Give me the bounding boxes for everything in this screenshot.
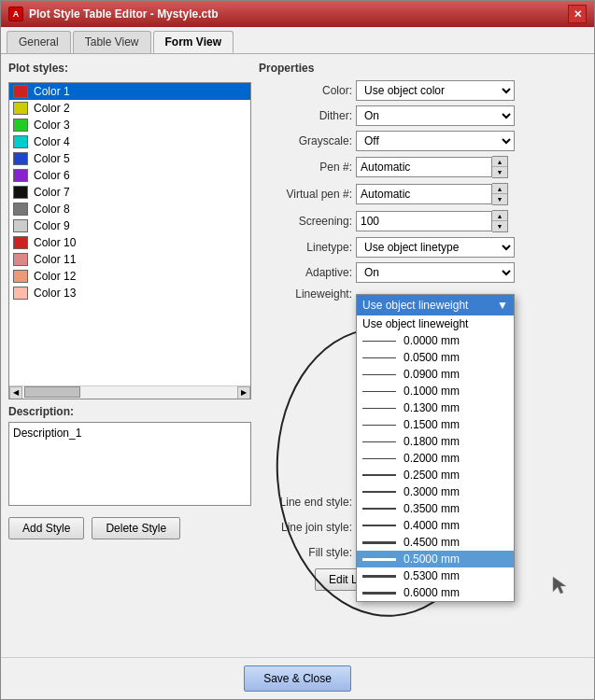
line-indicator (362, 441, 396, 442)
dropdown-item-label: 0.4500 mm (404, 536, 460, 549)
line-join-style-label: Line join style: (259, 521, 352, 534)
style-item[interactable]: Color 11 (9, 251, 250, 268)
style-item[interactable]: Color 3 (9, 117, 250, 133)
save-close-button[interactable]: Save & Close (244, 665, 351, 692)
dropdown-item-label: 0.2000 mm (404, 452, 460, 465)
dropdown-item-label: 0.0500 mm (404, 351, 460, 364)
dropdown-item[interactable]: 0.0000 mm (357, 332, 514, 349)
adaptive-select[interactable]: On Off (356, 262, 515, 283)
virtual-pen-up-button[interactable]: ▲ (492, 184, 507, 194)
dropdown-item[interactable]: 0.6000 mm (357, 584, 514, 601)
line-indicator (362, 575, 396, 578)
dropdown-item-label: 0.5300 mm (404, 569, 460, 582)
style-item-label: Color 3 (34, 119, 70, 132)
main-content: Plot styles: Color 1Color 2Color 3Color … (1, 54, 594, 657)
color-swatch (13, 203, 28, 216)
add-style-button[interactable]: Add Style (8, 517, 84, 539)
line-indicator (362, 391, 396, 392)
right-panel: Properties Color: Use object color Dithe… (259, 62, 587, 650)
scroll-right-button[interactable]: ▶ (237, 386, 250, 399)
style-item[interactable]: Color 12 (9, 268, 250, 285)
lineweight-dropdown[interactable]: Use object lineweight ▼ Use object linew… (356, 294, 515, 602)
linetype-select[interactable]: Use object linetype (356, 237, 515, 258)
description-input[interactable] (8, 422, 251, 506)
dropdown-item[interactable]: 0.1300 mm (357, 399, 514, 416)
description-label: Description: (8, 405, 251, 418)
dropdown-item[interactable]: 0.1500 mm (357, 416, 514, 433)
dropdown-item[interactable]: 0.0500 mm (357, 349, 514, 366)
scroll-left-button[interactable]: ◀ (9, 386, 22, 399)
dither-label: Dither: (259, 109, 352, 122)
line-indicator (362, 592, 396, 595)
dropdown-item[interactable]: 0.0900 mm (357, 366, 514, 383)
style-item[interactable]: Color 5 (9, 150, 250, 167)
dropdown-item[interactable]: 0.5000 mm (357, 551, 514, 567)
dropdown-selected-value: Use object lineweight (362, 299, 468, 312)
style-item[interactable]: Color 7 (9, 184, 250, 201)
dropdown-item[interactable]: 0.1800 mm (357, 433, 514, 450)
dropdown-item[interactable]: 0.4000 mm (357, 517, 514, 534)
style-item[interactable]: Color 2 (9, 100, 250, 117)
style-item[interactable]: Color 13 (9, 285, 250, 301)
screening-row: Screening: ▲ ▼ (259, 210, 587, 232)
line-indicator (362, 341, 396, 342)
style-item[interactable]: Color 8 (9, 201, 250, 217)
dither-select[interactable]: On Off (356, 105, 515, 126)
delete-style-button[interactable]: Delete Style (92, 517, 180, 539)
dropdown-item[interactable]: Use object lineweight (357, 315, 514, 332)
styles-list[interactable]: Color 1Color 2Color 3Color 4Color 5Color… (9, 83, 250, 385)
line-indicator (362, 474, 396, 476)
color-swatch (13, 119, 28, 132)
screening-up-button[interactable]: ▲ (492, 211, 507, 221)
dropdown-item[interactable]: 0.5300 mm (357, 567, 514, 584)
screening-label: Screening: (259, 215, 352, 228)
horizontal-scrollbar[interactable]: ◀ ▶ (9, 385, 250, 399)
dropdown-item[interactable]: 0.3000 mm (357, 483, 514, 500)
line-indicator (362, 425, 396, 426)
virtual-pen-row: Virtual pen #: ▲ ▼ (259, 183, 587, 205)
scroll-thumb[interactable] (24, 386, 80, 398)
dropdown-item[interactable]: 0.3500 mm (357, 500, 514, 517)
style-item[interactable]: Color 4 (9, 133, 250, 150)
dropdown-items: Use object lineweight0.0000 mm0.0500 mm0… (357, 315, 514, 601)
virtual-pen-down-button[interactable]: ▼ (492, 194, 507, 204)
color-swatch (13, 85, 28, 98)
tab-table-view[interactable]: Table View (73, 31, 151, 53)
style-item[interactable]: Color 10 (9, 234, 250, 251)
color-select[interactable]: Use object color (356, 80, 515, 101)
dropdown-header[interactable]: Use object lineweight ▼ (357, 295, 514, 315)
color-swatch (13, 102, 28, 115)
dropdown-item-label: 0.1300 mm (404, 401, 460, 414)
screening-down-button[interactable]: ▼ (492, 221, 507, 231)
lineweight-row: Lineweight: Use object lineweight ▼ Use … (259, 287, 587, 301)
tab-general[interactable]: General (7, 31, 71, 53)
pen-input[interactable] (356, 157, 492, 177)
adaptive-row: Adaptive: On Off (259, 262, 587, 283)
dropdown-item[interactable]: 0.4500 mm (357, 534, 514, 551)
style-item-label: Color 10 (34, 236, 76, 249)
virtual-pen-input[interactable] (356, 184, 492, 204)
pen-down-button[interactable]: ▼ (492, 167, 507, 177)
color-swatch (13, 270, 28, 283)
style-item[interactable]: Color 9 (9, 217, 250, 234)
dropdown-item[interactable]: 0.2000 mm (357, 450, 514, 467)
dropdown-item-label: 0.0000 mm (404, 334, 460, 347)
dropdown-item-label: 0.2500 mm (404, 469, 460, 482)
screening-input[interactable] (356, 211, 492, 231)
style-item[interactable]: Color 1 (9, 83, 250, 100)
style-item[interactable]: Color 6 (9, 167, 250, 184)
dither-row: Dither: On Off (259, 105, 587, 126)
dropdown-item[interactable]: 0.1000 mm (357, 383, 514, 399)
color-label: Color: (259, 84, 352, 97)
dropdown-item-label: 0.1800 mm (404, 435, 460, 448)
dropdown-item[interactable]: 0.2500 mm (357, 467, 514, 483)
color-swatch (13, 236, 28, 249)
close-button[interactable]: ✕ (568, 5, 587, 23)
bottom-buttons: Add Style Delete Style (8, 517, 251, 539)
line-indicator (362, 357, 396, 358)
grayscale-select[interactable]: Off On (356, 131, 515, 151)
color-swatch (13, 287, 28, 300)
grayscale-row: Grayscale: Off On (259, 131, 587, 151)
tab-form-view[interactable]: Form View (153, 31, 234, 53)
pen-up-button[interactable]: ▲ (492, 157, 507, 167)
